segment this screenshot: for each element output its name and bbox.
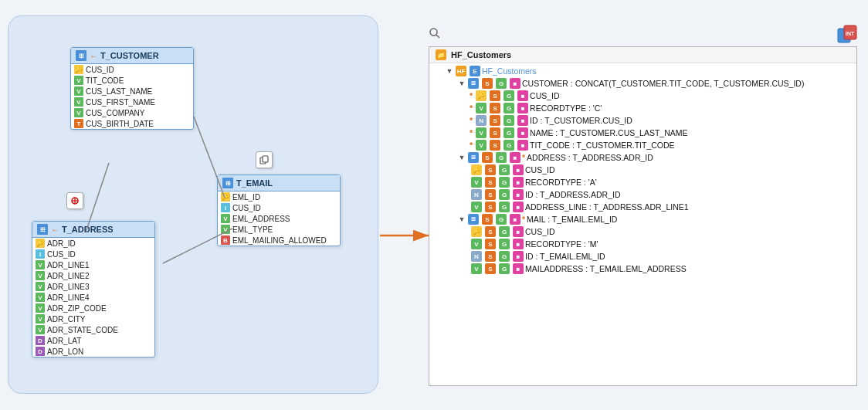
tree-node-address[interactable]: ▼ ⊞ S G ■ * ADDRESS : T_ADDRESS.ADR_ID <box>429 151 856 164</box>
entity-icon: E <box>470 66 480 76</box>
field-icon-v: V <box>36 325 45 334</box>
field-label: ADR_LINE3 <box>47 283 89 291</box>
v-icon: V <box>471 177 482 188</box>
g-icon: G <box>499 226 510 237</box>
address-label: ADDRESS : T_ADDRESS.ADR_ID <box>527 153 653 162</box>
field-label: CUS_FIRST_NAME <box>86 98 155 107</box>
table-row: V CUS_FIRST_NAME <box>71 97 193 107</box>
field-label: ADDRESS_LINE : T_ADDRESS.ADR_LINE1 <box>525 202 689 212</box>
g-icon: G <box>499 177 510 188</box>
table-row: 🔑 ADR_ID <box>32 238 154 249</box>
table-row: V ADR_CITY <box>32 313 154 324</box>
s-icon: S <box>490 115 500 126</box>
field-icon-t: T <box>74 119 83 128</box>
tree-node-cus-id-2[interactable]: 🔑 S G ■ CUS_ID <box>429 164 856 176</box>
folder-icon: 📁 <box>436 49 446 60</box>
table-row: D ADR_LAT <box>32 335 154 346</box>
tree-node-cus-id-3[interactable]: 🔑 S G ■ CUS_ID <box>429 225 856 238</box>
v-icon: V <box>471 202 482 212</box>
field-icon-v: V <box>74 108 83 117</box>
table-icon: ⊞ <box>468 214 479 225</box>
s-icon: S <box>485 263 496 274</box>
field-icon-i: I <box>36 249 45 259</box>
tree-node-id-customer[interactable]: * N S G ■ ID : T_CUSTOMER.CUS_ID <box>429 114 856 127</box>
key-icon: 🔑 <box>476 90 487 101</box>
table-icon: ⊞ <box>468 152 479 163</box>
pink-icon: ■ <box>517 115 528 126</box>
n-icon: N <box>476 115 487 126</box>
svg-text:INT: INT <box>846 31 855 36</box>
copy-icon-btn[interactable] <box>256 151 273 168</box>
field-icon-key: 🔑 <box>36 239 45 248</box>
table-row: V TIT_CODE <box>71 75 193 86</box>
field-icon-b: B <box>221 235 230 245</box>
search-icon[interactable] <box>429 27 441 39</box>
field-icon-v: V <box>74 97 83 107</box>
pink-icon: ■ <box>517 90 528 101</box>
s-icon: S <box>485 202 496 212</box>
field-icon-v: V <box>74 76 83 85</box>
v-icon: V <box>476 103 487 114</box>
pink-icon: ■ <box>517 103 528 114</box>
tree-node-recordtype-c[interactable]: * V S G ■ RECORDTYPE : 'C' <box>429 102 856 114</box>
top-right-icon[interactable]: INT <box>836 23 859 46</box>
v-icon: V <box>476 127 487 138</box>
tree-node-id-address[interactable]: N S G ■ ID : T_ADDRESS.ADR_ID <box>429 188 856 201</box>
expand-btn[interactable]: ▼ <box>457 215 466 224</box>
pink-icon: ■ <box>513 177 524 188</box>
s-icon: S <box>485 189 496 200</box>
table-row: V ADR_LINE3 <box>32 281 154 292</box>
hf-customers-header-label: HF_Customers <box>451 50 511 59</box>
field-label: EML_ADDRESS <box>232 215 290 223</box>
tree-node-id-email[interactable]: N S G ■ ID : T_EMAIL.EML_ID <box>429 250 856 263</box>
field-icon-v: V <box>36 260 45 269</box>
field-label: CUS_ID <box>525 227 555 236</box>
field-label: CUS_BIRTH_DATE <box>86 120 154 128</box>
tree-panel[interactable]: 📁 HF_Customers ▼ HF E HF_Customers ▼ ⊞ S… <box>429 46 857 386</box>
tree-node-mail[interactable]: ▼ ⊞ S G ■ * MAIL : T_EMAIL.EML_ID <box>429 213 856 225</box>
g-icon: G <box>496 152 507 163</box>
table-row: 🔑 EML_ID <box>218 191 340 202</box>
tree-node-hf[interactable]: ▼ HF E HF_Customers <box>429 65 856 77</box>
field-label: RECORDTYPE : 'A' <box>525 178 597 187</box>
tree-node-cus-id-1[interactable]: * 🔑 S G ■ CUS_ID <box>429 90 856 102</box>
table-row: V CUS_COMPANY <box>71 107 193 118</box>
field-icon-d: D <box>36 347 45 356</box>
pink-icon: ■ <box>510 152 520 163</box>
t-customer-table-icon: ⊞ <box>76 50 86 61</box>
expand-btn[interactable]: ▼ <box>445 66 454 76</box>
field-label: NAME : T_CUSTOMER.CUS_LAST_NAME <box>530 128 687 137</box>
field-label: ADR_CITY <box>47 315 85 324</box>
pink-icon: ■ <box>510 78 520 89</box>
tree-node-address-line[interactable]: V S G ■ ADDRESS_LINE : T_ADDRESS.ADR_LIN… <box>429 201 856 213</box>
link-icon-btn[interactable] <box>66 192 83 209</box>
n-icon: N <box>471 251 482 262</box>
asterisk: * <box>470 128 473 137</box>
field-label: ADR_LINE2 <box>47 272 89 280</box>
field-label: RECORDTYPE : 'C' <box>530 103 602 113</box>
pink-icon: ■ <box>513 239 524 249</box>
field-icon-v: V <box>36 271 45 280</box>
tree-node-recordtype-m[interactable]: V S G ■ RECORDTYPE : 'M' <box>429 238 856 250</box>
pink-icon: ■ <box>513 202 524 212</box>
svg-point-10 <box>430 29 437 36</box>
tree-node-recordtype-a[interactable]: V S G ■ RECORDTYPE : 'A' <box>429 176 856 188</box>
v-icon: V <box>471 263 482 274</box>
field-label: TIT_CODE : T_CUSTOMER.TIT_CODE <box>530 141 674 150</box>
expand-btn[interactable]: ▼ <box>457 79 466 88</box>
g-icon: G <box>504 127 514 138</box>
tree-node-titcode[interactable]: * V S G ■ TIT_CODE : T_CUSTOMER.TIT_CODE <box>429 139 856 151</box>
table-row: V EML_ADDRESS <box>218 213 340 224</box>
field-label: CUS_COMPANY <box>86 109 145 117</box>
expand-btn[interactable]: ▼ <box>457 153 466 162</box>
tree-node-customer[interactable]: ▼ ⊞ S G ■ CUSTOMER : CONCAT(T_CUSTOMER.T… <box>429 77 856 90</box>
tree-node-mailaddress[interactable]: V S G ■ MAILADDRESS : T_EMAIL.EML_ADDRES… <box>429 263 856 275</box>
g-icon: G <box>504 140 514 151</box>
field-icon-v: V <box>36 303 45 313</box>
tree-node-name[interactable]: * V S G ■ NAME : T_CUSTOMER.CUS_LAST_NAM… <box>429 127 856 139</box>
asterisk: * <box>470 141 473 150</box>
hf-icon: HF <box>456 66 466 76</box>
field-label: CUS_ID <box>47 250 76 259</box>
diagram-area: ⊞ ← T_CUSTOMER 🔑 CUS_ID V TIT_CODE V CUS… <box>8 15 378 394</box>
t-address-name: T_ADDRESS <box>62 225 114 234</box>
